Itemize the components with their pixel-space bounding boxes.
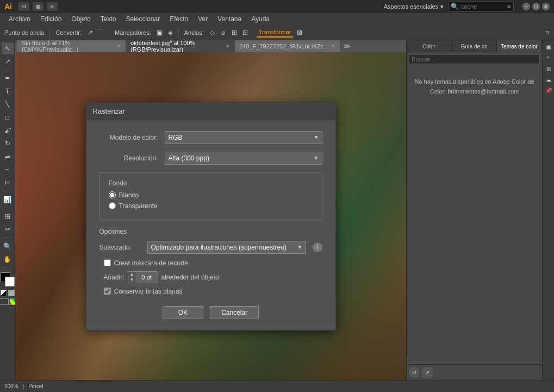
tool-rect[interactable]: □ bbox=[2, 111, 14, 123]
panel-refresh-btn[interactable]: ↺ bbox=[409, 367, 420, 378]
far-right-icon-5[interactable]: 📌 bbox=[544, 86, 553, 95]
spinner-down-btn[interactable]: ▼ bbox=[128, 277, 136, 283]
center-panel: Sin título-1 al 71% (CMYK/Previsualiz...… bbox=[15, 40, 406, 380]
tool-mirror[interactable]: ⇌ bbox=[2, 151, 14, 163]
toolbar-right-icon[interactable]: ≡ bbox=[543, 28, 552, 37]
tool-zoom[interactable]: 🔍 bbox=[2, 240, 14, 252]
menu-texto[interactable]: Texto bbox=[96, 14, 121, 24]
radio-transparente-label[interactable]: Transparente bbox=[119, 202, 158, 210]
convert-icon-1[interactable]: ↗ bbox=[86, 28, 95, 37]
anchors-label: Anclas: bbox=[182, 29, 206, 36]
tab-240f[interactable]: 240_F_79227252_fRJxLbLtXZz... ✕ bbox=[235, 40, 340, 52]
tool-separator-3 bbox=[3, 208, 13, 208]
search-clear-btn[interactable]: ✕ bbox=[507, 4, 511, 10]
smoothing-info-btn[interactable]: i bbox=[313, 242, 322, 252]
tool-select[interactable]: ↖ bbox=[2, 42, 14, 54]
handler-icon-2[interactable]: ◈ bbox=[166, 28, 175, 37]
menu-objeto[interactable]: Objeto bbox=[67, 14, 95, 24]
resolution-select[interactable]: Alta (300 ppp) Media (150 ppp) Baja (72 … bbox=[165, 152, 322, 165]
maximize-button[interactable]: □ bbox=[532, 3, 540, 10]
transform-btn[interactable]: Transformar bbox=[257, 28, 294, 38]
status-separator: | bbox=[23, 383, 24, 389]
tool-slice[interactable]: ✂ bbox=[2, 223, 14, 235]
minimize-button[interactable]: – bbox=[522, 3, 530, 10]
search-input[interactable] bbox=[461, 3, 505, 10]
tab-more-btn[interactable]: ≫ bbox=[340, 42, 354, 50]
menu-seleccionar[interactable]: Seleccionar bbox=[121, 14, 164, 24]
panel-tab-color[interactable]: Color bbox=[407, 40, 452, 52]
tab-close-2[interactable]: ✕ bbox=[226, 43, 230, 49]
handler-icon-1[interactable]: ▣ bbox=[155, 28, 164, 37]
panel-info-text: No hay temas disponibles en Adobe Color … bbox=[407, 66, 542, 107]
spinner-up-btn[interactable]: ▲ bbox=[128, 272, 136, 277]
radio-transparente[interactable] bbox=[109, 202, 116, 209]
tool-artboard[interactable]: ⊞ bbox=[2, 210, 14, 222]
toolbar-separator-4 bbox=[253, 28, 253, 38]
menu-ventana[interactable]: Ventana bbox=[213, 14, 246, 24]
close-button[interactable]: ✕ bbox=[542, 3, 550, 10]
preserve-checkbox[interactable] bbox=[104, 288, 111, 295]
tool-pen[interactable]: ✒ bbox=[2, 72, 14, 84]
spinner-arrows: ▲ ▼ bbox=[128, 272, 136, 283]
menu-ayuda[interactable]: Ayuda bbox=[247, 14, 274, 24]
canvas-area: Rasterizar Modelo de color: RGB CMYK Esc… bbox=[15, 52, 406, 380]
menu-efecto[interactable]: Efecto bbox=[165, 14, 192, 24]
cancel-button[interactable]: Cancelar bbox=[210, 306, 259, 319]
menu-edicion[interactable]: Edición bbox=[36, 14, 66, 24]
ok-button[interactable]: OK bbox=[163, 306, 203, 319]
far-right-icon-4[interactable]: ☁ bbox=[544, 75, 553, 84]
color-model-select[interactable]: RGB CMYK Escala de grises Mapa de bits bbox=[165, 131, 322, 144]
anchor-icon-1[interactable]: ◇ bbox=[208, 28, 217, 37]
tool-line[interactable]: ╲ bbox=[2, 98, 14, 110]
preserve-checkbox-label[interactable]: Conservar tintas planas bbox=[114, 288, 183, 295]
radio-blanco[interactable] bbox=[109, 191, 116, 198]
panel-search-area bbox=[407, 52, 542, 66]
far-right-icon-3[interactable]: ⊞ bbox=[544, 64, 553, 73]
tool-hand[interactable]: ✋ bbox=[2, 253, 14, 265]
panel-search-input[interactable] bbox=[409, 54, 540, 64]
none-fill-icon[interactable] bbox=[0, 298, 9, 305]
search-box[interactable]: 🔍 ✕ bbox=[448, 2, 514, 11]
tool-rotate[interactable]: ↻ bbox=[2, 138, 14, 150]
app-icon-3[interactable]: ⊕ bbox=[47, 2, 58, 11]
background-color[interactable] bbox=[5, 277, 15, 287]
app-icon-1[interactable]: St bbox=[18, 2, 29, 11]
panel-tab-guide[interactable]: Guía de co bbox=[452, 40, 497, 52]
add-value-input[interactable] bbox=[136, 273, 158, 282]
tab-sin-titulo[interactable]: Sin título-1 al 71% (CMYK/Previsualiz...… bbox=[17, 40, 126, 52]
far-right-icon-1[interactable]: ▣ bbox=[544, 42, 553, 51]
anchor-icon-4[interactable]: ⊟ bbox=[241, 28, 250, 37]
menu-ver[interactable]: Ver bbox=[194, 14, 212, 24]
color-model-row: Modelo de color: RGB CMYK Escala de gris… bbox=[99, 131, 322, 144]
app-icon-2[interactable]: ▦ bbox=[33, 2, 43, 11]
panel-tab-themes[interactable]: Temas de color bbox=[497, 40, 542, 52]
radio-blanco-label[interactable]: Blanco bbox=[119, 191, 139, 199]
tab-close-3[interactable]: ✕ bbox=[331, 43, 335, 49]
default-colors-icon[interactable] bbox=[8, 290, 15, 296]
panel-share-btn[interactable]: ↗ bbox=[422, 367, 433, 378]
transform-extra-icon[interactable]: ⊠ bbox=[295, 28, 304, 37]
anchor-point-label: Punto de ancla bbox=[2, 29, 46, 36]
convert-icon-2[interactable]: ⌒ bbox=[97, 28, 105, 37]
far-right-icon-2[interactable]: ≡ bbox=[544, 53, 553, 62]
rasterize-dialog: Rasterizar Modelo de color: RGB CMYK Esc… bbox=[86, 102, 336, 331]
workspace-selector[interactable]: Aspectos esenciales ▾ bbox=[384, 3, 444, 10]
mask-checkbox-label[interactable]: Crear máscara de recorte bbox=[114, 259, 189, 267]
anchor-icon-3[interactable]: ⊞ bbox=[230, 28, 239, 37]
mask-checkbox[interactable] bbox=[104, 259, 111, 266]
smoothing-select[interactable]: Optimizado para ilustraciones (supermues… bbox=[147, 241, 306, 254]
background-section: Fondo Blanco Transparente bbox=[99, 172, 322, 220]
tool-brush[interactable]: 🖌 bbox=[2, 125, 14, 136]
tool-warp[interactable]: ~ bbox=[2, 164, 14, 176]
swap-colors-icon[interactable] bbox=[1, 290, 7, 296]
menu-archivo[interactable]: Archivo bbox=[4, 14, 35, 24]
tool-direct-select[interactable]: ↗ bbox=[2, 55, 14, 67]
tab-oktoberfest[interactable]: oktoberfest.jpg* al 100% (RGB/Previsuali… bbox=[126, 40, 235, 52]
dialog-buttons: OK Cancelar bbox=[99, 306, 322, 319]
tool-type[interactable]: T bbox=[2, 85, 14, 97]
toolbar-separator-2 bbox=[109, 28, 109, 38]
tab-close-1[interactable]: ✕ bbox=[117, 43, 121, 49]
anchor-icon-2[interactable]: ⌀ bbox=[219, 28, 228, 37]
tool-graph[interactable]: 📊 bbox=[2, 194, 14, 206]
tool-width[interactable]: ⊨ bbox=[2, 177, 14, 189]
